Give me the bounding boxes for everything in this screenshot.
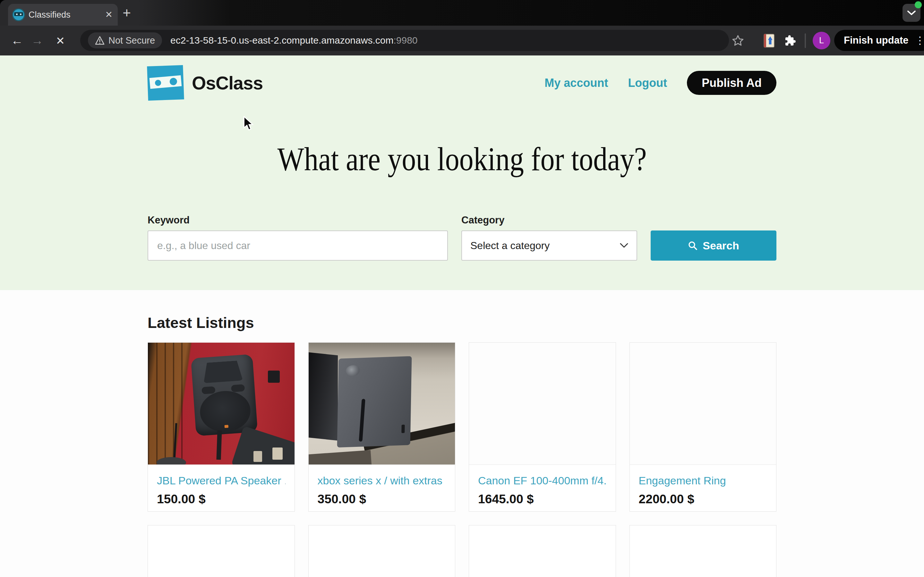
osclass-logo[interactable]: OsClass: [148, 66, 263, 100]
search-button[interactable]: Search: [651, 230, 776, 261]
tab-classifieds[interactable]: Classifieds ✕: [8, 4, 118, 26]
listings-grid-row-1: JBL Powered PA Speaker ... 150.00 $: [148, 342, 776, 512]
listing-price: 2200.00 $: [639, 492, 767, 506]
listing-image-jbl-speaker[interactable]: [148, 343, 294, 465]
osclass-logo-icon: [147, 65, 184, 101]
warning-icon: [95, 36, 105, 45]
profile-avatar[interactable]: L: [813, 32, 830, 49]
back-icon[interactable]: ←: [7, 26, 27, 55]
nav-logout[interactable]: Logout: [628, 76, 667, 90]
keyword-input[interactable]: [148, 230, 448, 261]
tab-title: Classifieds: [29, 10, 101, 20]
url-text: ec2-13-58-15-0.us-east-2.compute.amazona…: [170, 35, 417, 46]
security-chip[interactable]: Not Secure: [88, 32, 162, 48]
kebab-menu-icon[interactable]: ⋮: [915, 35, 924, 45]
tab-strip: Classifieds ✕ +: [0, 0, 924, 26]
forward-icon[interactable]: →: [27, 26, 47, 55]
listing-title-link[interactable]: Canon EF 100-400mm f/4....: [478, 474, 607, 487]
bookmark-star-icon[interactable]: [731, 26, 745, 55]
listing-title-link[interactable]: xbox series x / with extras: [318, 474, 446, 487]
listing-card-xbox[interactable]: xbox series x / with extras 350.00 $: [309, 342, 456, 512]
extensions-puzzle-icon[interactable]: [782, 26, 798, 55]
latest-listings-heading: Latest Listings: [148, 314, 776, 332]
keyword-label: Keyword: [148, 214, 448, 226]
listing-image-blank[interactable]: [469, 343, 615, 465]
listing-title-link[interactable]: JBL Powered PA Speaker ...: [157, 474, 286, 487]
stop-loading-icon[interactable]: ✕: [51, 26, 70, 55]
latest-listings-section: Latest Listings: [0, 290, 924, 577]
listing-price: 150.00 $: [157, 492, 286, 506]
search-button-label: Search: [703, 239, 739, 252]
browser-toolbar: ← → ✕ Not Secure ec2-13-58-15-0.us-east-…: [0, 26, 924, 55]
hero-title: What are you looking for today?: [148, 140, 776, 178]
listings-grid-row-2: [148, 525, 776, 577]
listing-price: 350.00 $: [318, 492, 446, 506]
url-port: :9980: [393, 35, 417, 45]
category-selected-value: Select a category: [470, 240, 549, 251]
tab-close-icon[interactable]: ✕: [105, 10, 113, 19]
category-select[interactable]: Select a category: [461, 230, 637, 261]
mouse-cursor: [242, 116, 256, 131]
finish-update-button[interactable]: Finish update ⋮: [834, 30, 924, 51]
publish-ad-button[interactable]: Publish Ad: [687, 71, 776, 95]
listing-card-canon-lens[interactable]: Canon EF 100-400mm f/4.... 1645.00 $: [469, 342, 616, 512]
search-icon: [688, 241, 698, 250]
finish-update-label: Finish update: [844, 35, 909, 46]
site-header: OsClass My account Logout Publish Ad: [148, 66, 776, 100]
listing-card-partial[interactable]: [309, 525, 456, 577]
toolbar-divider: [804, 33, 806, 48]
osclass-favicon-icon: [13, 9, 24, 20]
header-nav: My account Logout Publish Ad: [544, 71, 776, 95]
page-content: OsClass My account Logout Publish Ad Wha…: [0, 55, 924, 577]
logo-text: OsClass: [192, 73, 263, 93]
hero-section: OsClass My account Logout Publish Ad Wha…: [0, 55, 924, 290]
address-bar[interactable]: Not Secure ec2-13-58-15-0.us-east-2.comp…: [80, 30, 729, 51]
listing-card-partial[interactable]: [469, 525, 616, 577]
search-form: Keyword Category Select a category Searc…: [148, 214, 776, 261]
security-label: Not Secure: [108, 35, 155, 46]
listing-image-blank[interactable]: [630, 343, 776, 465]
update-available-dot: [915, 1, 922, 8]
listing-card-partial[interactable]: [630, 525, 777, 577]
browser-window: Classifieds ✕ + ← → ✕ Not Secure ec2-13-…: [0, 0, 924, 577]
listing-title-link[interactable]: Engagement Ring: [639, 474, 767, 487]
category-label: Category: [461, 214, 637, 226]
listing-image-xbox[interactable]: [309, 343, 455, 465]
listing-card-engagement-ring[interactable]: Engagement Ring 2200.00 $: [630, 342, 777, 512]
new-tab-icon[interactable]: +: [120, 6, 134, 21]
extension-notebook-icon[interactable]: [761, 26, 776, 55]
select-chevron-icon: [620, 243, 628, 248]
listing-price: 1645.00 $: [478, 492, 607, 506]
listing-card-jbl-speaker[interactable]: JBL Powered PA Speaker ... 150.00 $: [148, 342, 295, 512]
url-host: ec2-13-58-15-0.us-east-2.compute.amazona…: [170, 35, 393, 45]
nav-my-account[interactable]: My account: [544, 76, 608, 90]
listing-card-partial[interactable]: [148, 525, 295, 577]
